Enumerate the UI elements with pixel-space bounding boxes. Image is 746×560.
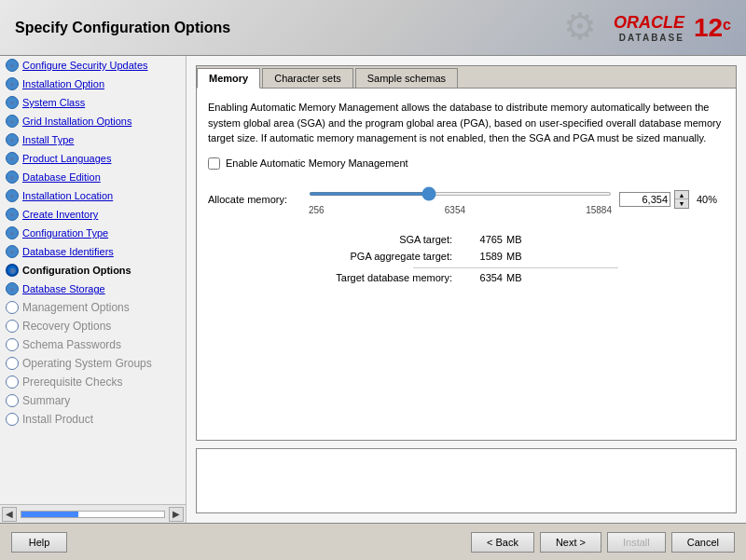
slider-min-label: 256	[309, 205, 325, 215]
sidebar-icon-installation-option: ●	[6, 77, 19, 90]
bottom-panel	[196, 448, 737, 513]
sidebar-item-install-type[interactable]: ●Install Type	[0, 130, 186, 149]
footer: Help < Back Next > Install Cancel	[0, 523, 746, 560]
sidebar-icon-install-product	[6, 413, 19, 426]
page-title: Specify Configuration Options	[15, 20, 230, 36]
sidebar-link-installation-option[interactable]: Installation Option	[22, 78, 104, 89]
sidebar-icon-installation-location: ●	[6, 189, 19, 202]
sidebar-link-installation-location[interactable]: Installation Location	[22, 190, 113, 201]
memory-slider[interactable]	[309, 192, 612, 196]
sidebar-progress	[21, 511, 165, 518]
help-button[interactable]: Help	[11, 532, 67, 553]
allocate-memory-row: Allocate memory: 256 6354 15884	[208, 184, 725, 215]
sidebar-item-summary: Summary	[0, 391, 186, 410]
sidebar-icon-operating-system-groups	[6, 357, 19, 370]
sidebar-icon-recovery-options	[6, 320, 19, 333]
sidebar-link-configuration-type[interactable]: Configuration Type	[22, 227, 108, 239]
tab-character-sets[interactable]: Character sets	[262, 68, 353, 88]
footer-buttons: < Back Next > Install Cancel	[471, 532, 735, 553]
gear-decoration: ⚙	[563, 5, 597, 48]
sidebar-item-prerequisite-checks: Prerequisite Checks	[0, 373, 186, 391]
sidebar-icon-configuration-options: ◉	[6, 264, 19, 277]
allocate-memory-label: Allocate memory:	[208, 194, 301, 205]
sidebar-icon-create-inventory: ●	[6, 208, 19, 221]
tab-sample-schemas[interactable]: Sample schemas	[355, 68, 458, 88]
install-button[interactable]: Install	[607, 532, 666, 553]
memory-spinner-down[interactable]: ▼	[675, 199, 688, 208]
sidebar-label-summary: Summary	[22, 394, 70, 407]
sidebar-icon-database-edition: ●	[6, 171, 19, 184]
oracle-super: c	[723, 17, 731, 34]
memory-spinner-up[interactable]: ▲	[675, 191, 688, 199]
sidebar-progress-bar	[21, 512, 78, 517]
memory-value-box: ▲ ▼	[619, 190, 689, 209]
sidebar-item-install-product: Install Product	[0, 410, 186, 429]
sidebar-item-grid-installation-options[interactable]: ●Grid Installation Options	[0, 112, 186, 130]
sidebar-icon-system-class: ●	[6, 96, 19, 109]
oracle-db-label: DATABASE	[619, 33, 684, 43]
enable-memory-checkbox[interactable]	[208, 157, 220, 170]
sidebar-item-configuration-type[interactable]: ●Configuration Type	[0, 224, 186, 242]
stat-row-2: Target database memory:6354MB	[311, 272, 725, 283]
sidebar-link-database-identifiers[interactable]: Database Identifiers	[22, 246, 114, 257]
sidebar-link-create-inventory[interactable]: Create Inventory	[22, 209, 98, 220]
stat-divider	[413, 267, 618, 268]
sidebar-item-system-class[interactable]: ●System Class	[0, 93, 186, 112]
sidebar-item-installation-location[interactable]: ●Installation Location	[0, 186, 186, 205]
sidebar-item-management-options: Management Options	[0, 298, 186, 317]
sidebar-item-configure-security-updates[interactable]: ●Configure Security Updates	[0, 56, 186, 75]
oracle-logo: ORACLE DATABASE 12 c	[614, 13, 731, 43]
sidebar-item-installation-option[interactable]: ●Installation Option	[0, 75, 186, 93]
memory-slider-container: 256 6354 15884	[309, 184, 612, 215]
memory-description: Enabling Automatic Memory Management all…	[208, 100, 725, 146]
sidebar-icon-configuration-type: ●	[6, 226, 19, 239]
cancel-button[interactable]: Cancel	[671, 532, 735, 553]
sidebar-icon-schema-passwords	[6, 338, 19, 351]
sidebar-scroll-right[interactable]: ▶	[169, 507, 184, 522]
sidebar-label-prerequisite-checks: Prerequisite Checks	[22, 376, 122, 389]
sidebar-link-database-edition[interactable]: Database Edition	[22, 171, 101, 183]
next-button[interactable]: Next >	[540, 532, 601, 553]
sidebar-label-install-product: Install Product	[22, 413, 93, 426]
sidebar-link-product-languages[interactable]: Product Languages	[22, 153, 111, 164]
sidebar-link-database-storage[interactable]: Database Storage	[22, 283, 105, 294]
sidebar-item-database-storage[interactable]: ●Database Storage	[0, 280, 186, 298]
sidebar-label-operating-system-groups: Operating System Groups	[22, 357, 152, 370]
stat-row-1: PGA aggregate target:1589MB	[311, 251, 725, 262]
sidebar-scroll-left[interactable]: ◀	[2, 507, 17, 522]
sidebar-link-install-type[interactable]: Install Type	[22, 134, 74, 145]
stat-value-0: 4765	[460, 234, 506, 245]
sidebar-icon-configure-security-updates: ●	[6, 59, 19, 72]
enable-memory-label[interactable]: Enable Automatic Memory Management	[226, 157, 408, 169]
oracle-brand-text: ORACLE	[614, 13, 684, 33]
stat-unit-1: MB	[506, 251, 534, 262]
sidebar-icon-database-storage: ●	[6, 282, 19, 295]
sidebar-icon-summary	[6, 394, 19, 407]
back-button[interactable]: < Back	[471, 532, 534, 553]
slider-max-label: 15884	[586, 205, 612, 215]
stat-label-2: Target database memory:	[311, 272, 460, 283]
enable-memory-management-row: Enable Automatic Memory Management	[208, 157, 725, 170]
tab-memory[interactable]: Memory	[197, 68, 260, 89]
sidebar-item-operating-system-groups: Operating System Groups	[0, 354, 186, 373]
sidebar-item-database-edition[interactable]: ●Database Edition	[0, 168, 186, 186]
sidebar-item-database-identifiers[interactable]: ●Database Identifiers	[0, 242, 186, 261]
content-area: MemoryCharacter setsSample schemas Enabl…	[186, 56, 746, 523]
sidebar-item-configuration-options[interactable]: ◉Configuration Options	[0, 261, 186, 280]
sidebar-label-recovery-options: Recovery Options	[22, 320, 111, 333]
stat-row-0: SGA target:4765MB	[311, 234, 725, 245]
tabs-row: MemoryCharacter setsSample schemas	[197, 66, 736, 89]
sidebar-link-grid-installation-options[interactable]: Grid Installation Options	[22, 116, 131, 127]
sidebar-item-create-inventory[interactable]: ●Create Inventory	[0, 205, 186, 224]
stat-label-0: SGA target:	[311, 234, 460, 245]
sidebar-link-system-class[interactable]: System Class	[22, 97, 85, 108]
sidebar-link-configuration-options[interactable]: Configuration Options	[22, 265, 131, 276]
sidebar-icon-prerequisite-checks	[6, 376, 19, 389]
slider-mid-label: 6354	[445, 205, 465, 215]
memory-value-input[interactable]	[619, 192, 670, 207]
sidebar-bottom: ◀ ▶	[0, 504, 186, 523]
sidebar-item-product-languages[interactable]: ●Product Languages	[0, 149, 186, 168]
tab-content: Enabling Automatic Memory Management all…	[197, 89, 736, 440]
sidebar-icon-install-type: ●	[6, 133, 19, 146]
sidebar-link-configure-security-updates[interactable]: Configure Security Updates	[22, 60, 148, 71]
